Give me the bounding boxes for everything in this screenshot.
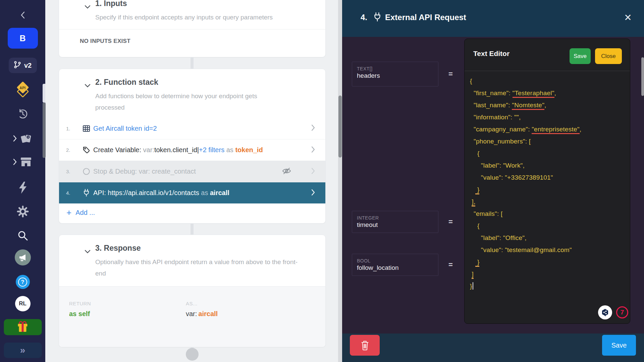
sidebar-item-marketplace[interactable] (8, 156, 38, 168)
branch-version-button[interactable]: v2 (9, 58, 37, 73)
external-api-panel: 4. External API Request ✕ TEXT[]headers=… (342, 0, 644, 362)
active-item-indicator (43, 84, 45, 103)
plus-icon: + (66, 207, 71, 218)
tag-icon (82, 146, 91, 155)
panel-scrollbar-thumb[interactable] (641, 57, 644, 96)
close-panel-button[interactable]: ✕ (621, 11, 635, 24)
double-chevron-icon: » (20, 346, 25, 355)
panel-save-button[interactable]: Save (602, 335, 636, 356)
function-row[interactable]: 3.Stop & Debug: var: create_contact (59, 161, 325, 182)
add-function-button[interactable]: + Add ... (59, 204, 325, 221)
connector-line (191, 57, 194, 69)
main-scrollbar-thumb[interactable] (338, 96, 342, 158)
issue-count-badge[interactable]: 7 (616, 306, 628, 318)
sidebar-item-api[interactable]: API (15, 82, 31, 98)
editor-save-button[interactable]: Save (570, 48, 591, 64)
equals-sign: = (448, 260, 453, 269)
sidebar-item-history[interactable] (17, 108, 29, 120)
panel-header: 4. External API Request ✕ (342, 0, 644, 37)
chat-hexagon-icon (600, 307, 610, 317)
return-value: as self (69, 310, 90, 318)
function-stack-title: 2. Function stack (95, 78, 158, 87)
code-line: ] (470, 268, 627, 280)
main-canvas: 1. Inputs Specify if this endpoint accep… (45, 0, 342, 362)
announcements-button[interactable] (15, 249, 31, 265)
chevron-right-icon (311, 146, 315, 154)
inputs-subtitle: Specify if this endpoint accepts any inp… (95, 12, 310, 23)
panel-title: External API Request (385, 13, 466, 22)
code-line: "emails": [ (470, 208, 627, 220)
back-chevron-icon[interactable] (18, 10, 28, 20)
sidebar-item-library[interactable] (8, 132, 38, 145)
response-footer[interactable]: RETURN as self AS... var:aircall (59, 286, 325, 347)
code-line: "phone_numbers": [ (470, 135, 627, 147)
avatar-initials: RL (19, 300, 26, 307)
code-line: { (470, 147, 627, 160)
field-name-label: follow_location (357, 264, 438, 272)
function-row-label: API: https://api.aircall.io/v1/contacts … (93, 189, 275, 197)
delete-step-button[interactable] (350, 335, 380, 356)
panel-step-number: 4. (361, 13, 367, 22)
code-area[interactable]: { "first_name": "Testeraphael", "last_na… (470, 75, 627, 292)
function-row[interactable]: 2.Create Variable: var:token.client_id|+… (59, 139, 325, 161)
code-line: "first_name": "Testeraphael", (470, 87, 627, 99)
cards-gear-icon (20, 133, 33, 144)
equals-sign: = (448, 218, 453, 226)
function-row-label: Stop & Debug: var: create_contact (93, 168, 275, 175)
table-grid-icon (82, 124, 91, 133)
expand-chevron-icon (13, 158, 17, 166)
code-line: "label": "Office", (470, 232, 627, 244)
no-inputs-text: NO INPUTS EXIST (80, 38, 130, 45)
api-param-field[interactable]: INTEGERtimeout= (352, 211, 460, 233)
api-param-field[interactable]: TEXT[]headers= (352, 62, 460, 86)
editor-close-button[interactable]: Close (595, 48, 622, 64)
assistant-chat-button[interactable] (598, 305, 612, 319)
chevron-right-icon (311, 189, 315, 197)
function-rows: 1.Get Aircall token id=22.Create Variabl… (59, 118, 325, 203)
function-row[interactable]: 1.Get Aircall token id=2 (59, 118, 325, 139)
as-label: AS... (186, 301, 198, 306)
history-icon (17, 108, 29, 120)
field-name-label: timeout (357, 221, 438, 229)
code-line: } (470, 184, 627, 196)
collapse-section-icon[interactable] (85, 249, 91, 255)
megaphone-icon (18, 253, 27, 262)
stop-circle-icon (82, 167, 91, 176)
code-line: } (470, 280, 627, 292)
api-param-field[interactable]: BOOLfollow_location= (352, 254, 460, 276)
rewards-button[interactable] (4, 319, 42, 335)
code-line: "information": "", (470, 111, 627, 123)
inputs-card: 1. Inputs Specify if this endpoint accep… (59, 0, 326, 57)
code-line: { (470, 75, 627, 87)
collapse-section-icon[interactable] (85, 83, 91, 89)
plug-icon (373, 12, 382, 23)
help-button[interactable]: ? (16, 275, 30, 289)
collapse-sidebar-button[interactable]: » (4, 343, 42, 358)
function-stack-card: 2. Function stack Add functions below to… (59, 69, 326, 224)
response-subtitle: Optionally have this API endpoint return… (95, 256, 300, 279)
code-line: "label": "Work", (470, 160, 627, 172)
field-type-label: INTEGER (357, 215, 438, 221)
function-row-number: 2. (66, 147, 70, 153)
search-icon (17, 230, 29, 241)
code-line: } (470, 256, 627, 268)
code-line: "value": "testemail@gmail.com" (470, 244, 627, 256)
function-row-number: 1. (66, 126, 70, 131)
app-root: B v2 API (0, 0, 644, 362)
function-row-number: 3. (66, 169, 70, 174)
storefront-icon (20, 157, 33, 167)
collapse-section-icon[interactable] (85, 4, 91, 10)
workspace-logo-button[interactable]: B (8, 28, 38, 49)
sidebar-item-search[interactable] (17, 230, 29, 241)
code-line: "last_name": "Nomteste", (470, 99, 627, 111)
stack-end-dot (186, 348, 199, 361)
user-avatar[interactable]: RL (15, 296, 31, 311)
function-row[interactable]: 4.API: https://api.aircall.io/v1/contact… (59, 182, 325, 203)
visibility-off-icon[interactable] (282, 167, 291, 176)
sidebar-item-settings[interactable] (16, 205, 29, 218)
sidebar-item-tasks[interactable] (18, 181, 28, 194)
gift-icon (16, 320, 30, 334)
chevron-right-icon (311, 124, 315, 132)
text-editor-title: Text Editor (473, 50, 509, 58)
function-stack-subtitle: Add functions below to determine how you… (95, 90, 276, 113)
